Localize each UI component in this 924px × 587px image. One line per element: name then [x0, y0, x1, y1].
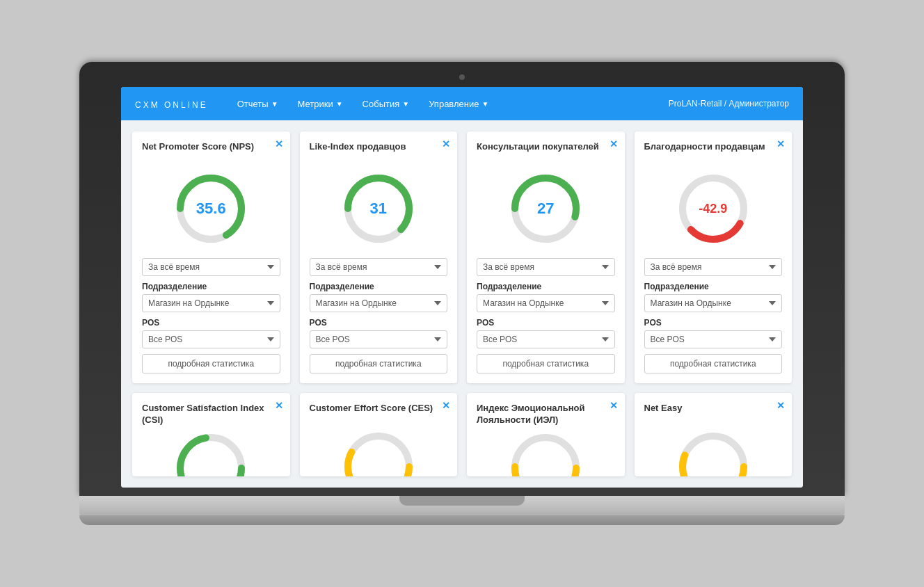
card-ces-close[interactable]: ✕	[442, 400, 450, 411]
nav-item-management[interactable]: Управление ▼	[420, 95, 497, 113]
time-select-nps[interactable]: За всё время	[142, 258, 280, 276]
gauge-consult-value: 27	[537, 200, 554, 218]
pos-control-thanks: POS Все POS	[644, 318, 783, 348]
chevron-down-icon: ▼	[271, 100, 278, 108]
pos-control-consult: POS Все POS	[477, 318, 615, 348]
svg-point-10	[348, 436, 409, 476]
card-iel-title: Индекс Эмоциональной Лояльности (ИЭЛ)	[477, 403, 615, 426]
dept-label-like: Подразделение	[310, 282, 448, 291]
card-thanks-title: Благодарности продавцам	[644, 141, 783, 163]
dept-control-nps: Подразделение Магазин на Ордынке	[142, 282, 280, 312]
card-nps-title: Net Promoter Score (NPS)	[142, 141, 280, 163]
gauge-nps-value: 35.6	[196, 200, 226, 218]
main-content: Net Promoter Score (NPS) ✕ 35.6	[121, 120, 803, 488]
svg-point-12	[515, 437, 576, 476]
card-iel-close[interactable]: ✕	[610, 400, 618, 411]
card-net-easy-title: Net Easy	[644, 403, 783, 425]
nav-item-reports[interactable]: Отчеты ▼	[229, 95, 287, 113]
details-btn-nps[interactable]: подробная статистика	[142, 354, 280, 373]
gauge-thanks: -42.9	[675, 170, 751, 247]
card-iel: Индекс Эмоциональной Лояльности (ИЭЛ) ✕	[467, 393, 625, 476]
chevron-down-icon: ▼	[402, 100, 409, 108]
card-ces-title: Customer Effort Score (CES)	[310, 403, 448, 425]
gauge-like-value: 31	[370, 200, 387, 218]
gauge-thanks-container: -42.9	[644, 170, 783, 247]
pos-control-like: POS Все POS	[310, 318, 448, 348]
laptop-notch	[399, 496, 525, 506]
app: CXM ONLINE Отчеты ▼ Метрики ▼ События	[121, 87, 803, 488]
card-net-easy-close[interactable]: ✕	[776, 400, 785, 411]
laptop-screen: CXM ONLINE Отчеты ▼ Метрики ▼ События	[121, 87, 803, 488]
pos-label-nps: POS	[142, 318, 280, 328]
details-btn-like[interactable]: подробная статистика	[310, 354, 448, 373]
dept-label-consult: Подразделение	[477, 282, 615, 291]
pos-label-consult: POS	[477, 318, 615, 328]
pos-label-like: POS	[310, 318, 448, 328]
cards-grid-bottom: Customer Satisfaction Index (CSI) ✕	[132, 393, 792, 476]
card-nps-close[interactable]: ✕	[275, 138, 283, 150]
cards-grid-top: Net Promoter Score (NPS) ✕ 35.6	[132, 131, 792, 383]
gauge-consult-container: 27	[477, 170, 615, 247]
card-like-index: Like-Index продавцов ✕ 31	[300, 131, 458, 383]
pos-select-nps[interactable]: Все POS	[142, 330, 280, 348]
card-consultations-close[interactable]: ✕	[610, 138, 618, 150]
time-select-thanks[interactable]: За всё время	[644, 258, 783, 276]
card-thanks: Благодарности продавцам ✕ -42.9	[635, 131, 792, 383]
dept-label-thanks: Подразделение	[644, 282, 783, 291]
card-like-index-title: Like-Index продавцов	[310, 141, 448, 163]
pos-select-like[interactable]: Все POS	[310, 330, 448, 348]
time-control-consult: За всё время	[477, 258, 615, 276]
dept-label-nps: Подразделение	[142, 282, 280, 291]
pos-select-consult[interactable]: Все POS	[477, 330, 615, 348]
pos-select-thanks[interactable]: Все POS	[644, 330, 783, 348]
gauge-nps-container: 35.6	[142, 170, 280, 247]
chevron-down-icon: ▼	[336, 100, 343, 108]
dept-select-consult[interactable]: Магазин на Ордынке	[477, 294, 615, 312]
dept-control-consult: Подразделение Магазин на Ордынке	[477, 282, 615, 312]
gauge-consult: 27	[507, 170, 584, 247]
gauge-nps: 35.6	[173, 170, 249, 247]
details-btn-consult[interactable]: подробная статистика	[477, 354, 615, 373]
laptop-bottom	[79, 515, 845, 525]
dept-select-thanks[interactable]: Магазин на Ордынке	[644, 294, 783, 312]
chevron-down-icon: ▼	[481, 100, 488, 108]
nav-item-events[interactable]: События ▼	[354, 95, 418, 113]
laptop-base	[79, 496, 845, 515]
details-btn-thanks[interactable]: подробная статистика	[644, 354, 783, 373]
card-consultations: Консультации покупателей ✕ 27	[467, 131, 625, 383]
gauge-like-container: 31	[310, 170, 448, 247]
pos-control-nps: POS Все POS	[142, 318, 280, 348]
card-nps: Net Promoter Score (NPS) ✕ 35.6	[132, 131, 290, 383]
card-ces: Customer Effort Score (CES) ✕	[300, 393, 458, 476]
brand-logo: CXM ONLINE	[135, 97, 208, 111]
dept-select-nps[interactable]: Магазин на Ордынке	[142, 294, 280, 312]
pos-label-thanks: POS	[644, 318, 783, 328]
card-consultations-title: Консультации покупателей	[477, 141, 615, 163]
card-csi-close[interactable]: ✕	[275, 400, 283, 411]
nav-menu: Отчеты ▼ Метрики ▼ События ▼ Управлени	[229, 95, 669, 113]
card-thanks-close[interactable]: ✕	[776, 138, 785, 150]
dept-control-like: Подразделение Магазин на Ордынке	[310, 282, 448, 312]
time-select-like[interactable]: За всё время	[310, 258, 448, 276]
card-net-easy: Net Easy ✕	[635, 393, 792, 476]
card-csi-title: Customer Satisfaction Index (CSI)	[142, 403, 280, 426]
nav-item-metrics[interactable]: Метрики ▼	[289, 95, 351, 113]
laptop-camera	[459, 74, 465, 80]
dept-select-like[interactable]: Магазин на Ордынке	[310, 294, 448, 312]
time-control-nps: За всё время	[142, 258, 280, 276]
time-control-thanks: За всё время	[644, 258, 783, 276]
gauge-thanks-value: -42.9	[699, 202, 727, 216]
svg-point-14	[683, 436, 744, 476]
card-csi: Customer Satisfaction Index (CSI) ✕	[132, 393, 290, 476]
dept-control-thanks: Подразделение Магазин на Ордынке	[644, 282, 783, 312]
navbar: CXM ONLINE Отчеты ▼ Метрики ▼ События	[121, 87, 803, 120]
time-control-like: За всё время	[310, 258, 448, 276]
user-info: ProLAN-Retail / Администратор	[669, 99, 789, 108]
time-select-consult[interactable]: За всё время	[477, 258, 615, 276]
card-like-index-close[interactable]: ✕	[442, 138, 450, 150]
gauge-like: 31	[340, 170, 417, 247]
